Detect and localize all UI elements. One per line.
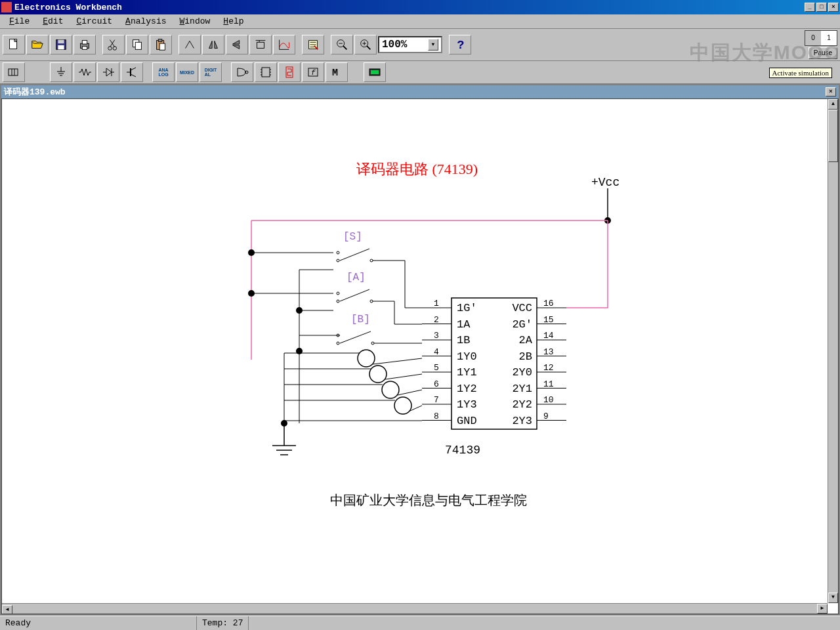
parts-resistor[interactable] [74, 62, 96, 82]
pin-number: 10 [543, 395, 554, 405]
canvas[interactable]: 译码器电路 (74139) 中国矿业大学信息与电气工程学院 +Vcc [S] [1, 98, 839, 614]
subcircuit-button[interactable] [249, 35, 272, 54]
open-button[interactable] [26, 35, 49, 54]
doc-titlebar: 译码器139.ewb × [1, 85, 839, 98]
switch-s-label: [S] [343, 231, 362, 243]
pin-number: 7 [434, 395, 439, 405]
print-button[interactable] [74, 35, 96, 54]
help-button[interactable]: ? [449, 35, 471, 54]
svg-point-75 [371, 342, 374, 345]
app-title: Electronics Workbench [14, 3, 805, 12]
zoom-select[interactable]: 100%▼ [378, 36, 442, 53]
parts-ground[interactable] [50, 62, 72, 82]
svg-point-79 [369, 366, 387, 383]
pin-label: 2Y3 [512, 415, 532, 427]
parts-misc[interactable]: M [326, 62, 348, 82]
svg-rect-6 [82, 47, 87, 50]
rotate-button[interactable] [178, 35, 201, 54]
pin-number: 11 [543, 379, 554, 389]
parts-ic[interactable] [255, 62, 277, 82]
pause-button[interactable]: Pause [808, 47, 837, 59]
menu-window[interactable]: Window [173, 15, 217, 28]
pin-label: 1Y2 [457, 383, 477, 395]
properties-button[interactable] [302, 35, 324, 54]
pin-label: 2Y0 [512, 366, 532, 379]
svg-point-57 [337, 251, 339, 254]
pin-label: 1Y3 [457, 398, 477, 411]
parts-instruments[interactable] [364, 62, 386, 82]
svg-rect-50 [371, 70, 379, 74]
app-icon [1, 2, 12, 12]
svg-point-81 [394, 397, 411, 414]
svg-rect-14 [257, 42, 264, 48]
horizontal-scrollbar[interactable]: ◄ ► [2, 603, 828, 614]
vertical-scrollbar[interactable]: ▲ ▼ [828, 99, 838, 603]
pin-label: 1Y0 [457, 350, 477, 363]
sim-on: 1 [821, 31, 837, 45]
scroll-right-icon[interactable]: ► [817, 604, 828, 614]
paste-button[interactable] [150, 35, 172, 54]
menu-analysis[interactable]: Analysis [119, 15, 173, 28]
parts-sources[interactable] [3, 62, 25, 82]
status-temp: Temp: 27 [197, 616, 249, 630]
svg-point-59 [370, 259, 373, 262]
svg-rect-13 [159, 43, 165, 50]
simulation-switch[interactable]: 0 1 [805, 30, 837, 46]
main-toolbar: 100%▼ ? 0 1 Pause [0, 29, 840, 61]
parts-analog[interactable]: ANALOG [152, 62, 175, 82]
zoomout-button[interactable] [331, 35, 353, 54]
pin-number: 8 [434, 411, 439, 421]
svg-line-35 [131, 68, 136, 70]
save-button[interactable] [50, 35, 72, 54]
pin-number: 6 [434, 379, 439, 389]
chevron-down-icon[interactable]: ▼ [428, 39, 438, 51]
cut-button[interactable] [102, 35, 125, 54]
pin-number: 16 [543, 299, 554, 308]
scroll-thumb[interactable] [828, 110, 838, 162]
new-button[interactable] [3, 35, 25, 54]
menu-file[interactable]: File [3, 15, 36, 28]
pin-label: 2A [519, 334, 533, 346]
svg-line-72 [340, 331, 371, 343]
pin-number: 3 [434, 331, 439, 341]
parts-digital[interactable]: DIGITAL [200, 62, 222, 82]
parts-control[interactable]: f [302, 62, 324, 82]
scroll-up-icon[interactable]: ▲ [828, 99, 838, 110]
svg-point-58 [337, 259, 339, 262]
svg-rect-12 [158, 39, 162, 42]
svg-rect-3 [58, 45, 64, 49]
svg-line-63 [340, 289, 369, 301]
svg-point-78 [358, 350, 375, 367]
scroll-down-icon[interactable]: ▼ [828, 593, 838, 603]
fliph-button[interactable] [202, 35, 224, 54]
parts-gate[interactable] [231, 62, 253, 82]
pin-label: 1Y1 [457, 366, 477, 379]
close-button[interactable]: × [828, 3, 839, 12]
switch-b-label: [B] [351, 314, 370, 326]
document-area: 译码器139.ewb × 译码器电路 (74139) 中国矿业大学信息与电气工程… [0, 84, 840, 616]
vcc-label: +Vcc [591, 176, 620, 189]
schematic: +Vcc [S] [A] [2, 99, 816, 598]
scroll-left-icon[interactable]: ◄ [2, 605, 12, 614]
parts-display[interactable] [278, 62, 301, 82]
zoomin-button[interactable] [354, 35, 377, 54]
copy-button[interactable] [126, 35, 148, 54]
flipv-button[interactable] [226, 35, 248, 54]
pin-label: 2B [519, 350, 532, 363]
maximize-button[interactable]: □ [816, 3, 827, 12]
switch-a-label: [A] [346, 272, 366, 284]
minimize-button[interactable]: _ [805, 3, 815, 12]
pin-number: 4 [434, 347, 439, 357]
menu-help[interactable]: Help [217, 15, 250, 28]
pin-label: 2G' [512, 318, 532, 331]
parts-toolbar: ANALOG MIXED DIGITAL f M [0, 61, 840, 84]
pin-number: 1 [434, 299, 439, 308]
menu-circuit[interactable]: Circuit [70, 15, 119, 28]
parts-transistor[interactable] [121, 62, 143, 82]
menu-edit[interactable]: Edit [36, 15, 70, 28]
parts-diode[interactable] [97, 62, 119, 82]
parts-mixed[interactable]: MIXED [176, 62, 198, 82]
doc-close-button[interactable]: × [826, 87, 836, 96]
graph-button[interactable] [273, 35, 295, 54]
menubar: File Edit Circuit Analysis Window Help [0, 14, 840, 29]
